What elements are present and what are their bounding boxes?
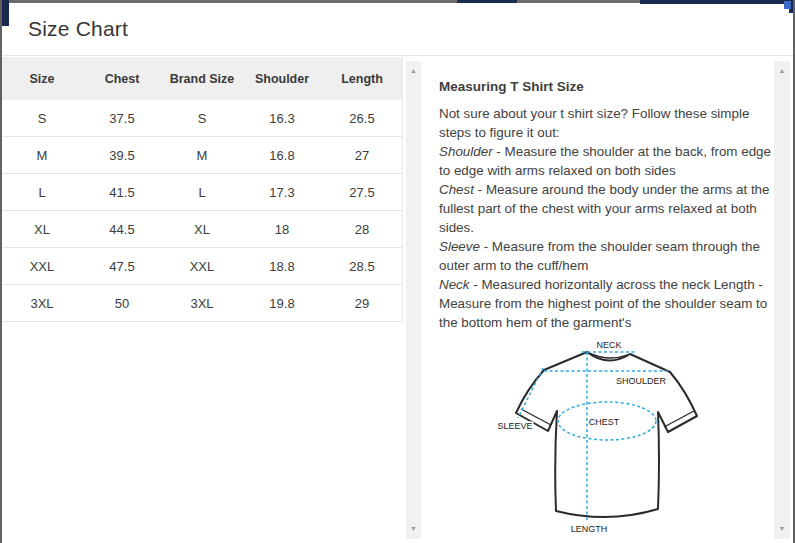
table-scrollbar[interactable]: ▲ ▼ [406,61,421,539]
instruction-term: Neck [439,277,470,292]
table-cell: XL [2,222,82,237]
scroll-up-arrow-icon[interactable]: ▲ [774,66,790,76]
table-row: L 41.5 L 17.3 27.5 [2,174,402,211]
modal-title: Size Chart [28,17,128,41]
table-cell: 16.8 [242,148,322,163]
table-cell: 3XL [2,296,82,311]
tshirt-diagram-icon: NECK SHOULDER CHEST SLEEVE LENGTH [490,339,750,541]
col-header-shoulder: Shoulder [242,72,322,86]
guide-instruction-shoulder: Shoulder - Measure the shoulder at the b… [439,142,773,180]
guide-instruction-sleeve: Sleeve - Measure from the shoulder seam … [439,237,773,275]
guide-heading: Measuring T Shirt Size [439,79,767,94]
table-cell: 17.3 [242,185,322,200]
measuring-guide-panel: Measuring T Shirt Size Not sure about yo… [422,57,767,543]
sleeve-label: SLEEVE [497,421,532,431]
table-row: XL 44.5 XL 18 28 [2,211,402,248]
size-chart-modal: Size Chart Size Chest Brand Size Shoulde… [0,0,795,543]
table-cell: S [162,111,242,126]
table-cell: 28 [322,222,402,237]
table-cell: 26.5 [322,111,402,126]
window-top-border [2,0,793,3]
table-cell: 29 [322,296,402,311]
page-header-fragment [457,0,517,3]
instruction-text: - Measure from the shoulder seam through… [439,239,760,273]
neck-label: NECK [596,340,621,350]
table-cell: L [162,185,242,200]
col-header-chest: Chest [82,72,162,86]
guide-scrollbar[interactable]: ▲ ▼ [774,61,790,539]
scroll-up-arrow-icon[interactable]: ▲ [406,66,421,76]
guide-instruction-chest: Chest - Measure around the body under th… [439,180,773,237]
table-row: S 37.5 S 16.3 26.5 [2,100,402,137]
table-cell: 47.5 [82,259,162,274]
scroll-down-arrow-icon[interactable]: ▼ [406,524,421,534]
tshirt-outline [516,352,697,517]
table-row: M 39.5 M 16.8 27 [2,137,402,174]
shoulder-label: SHOULDER [616,376,667,386]
table-cell: 41.5 [82,185,162,200]
guide-intro: Not sure about your t shirt size? Follow… [439,104,773,142]
size-table: Size Chest Brand Size Shoulder Length S … [2,57,403,322]
col-header-length: Length [322,72,402,86]
table-cell: 39.5 [82,148,162,163]
table-cell: XL [162,222,242,237]
tshirt-measure-diagram: NECK SHOULDER CHEST SLEEVE LENGTH [490,339,767,543]
modal-title-bar: Size Chart [2,3,793,56]
table-cell: 50 [82,296,162,311]
table-row: 3XL 50 3XL 19.8 29 [2,285,402,322]
page-header-fragment [784,1,791,9]
guide-instruction-neck: Neck - Measured horizontally across the … [439,275,773,332]
instruction-term: Shoulder [439,144,493,159]
length-label: LENGTH [571,524,608,534]
table-cell: M [162,148,242,163]
guide-text: Not sure about your t shirt size? Follow… [439,104,773,332]
col-header-brand-size: Brand Size [162,72,242,86]
table-row: XXL 47.5 XXL 18.8 28.5 [2,248,402,285]
instruction-text: - Measure around the body under the arms… [439,182,770,235]
table-cell: 27.5 [322,185,402,200]
col-header-size: Size [2,72,82,86]
table-cell: 18.8 [242,259,322,274]
table-cell: 3XL [162,296,242,311]
table-cell: 37.5 [82,111,162,126]
size-table-header-row: Size Chest Brand Size Shoulder Length [2,57,402,100]
table-cell: 16.3 [242,111,322,126]
instruction-term: Sleeve [439,239,480,254]
instruction-term: Chest [439,182,474,197]
table-cell: XXL [2,259,82,274]
table-cell: S [2,111,82,126]
page-header-fragment [640,0,793,4]
table-cell: 19.8 [242,296,322,311]
table-cell: 18 [242,222,322,237]
table-cell: XXL [162,259,242,274]
table-cell: 27 [322,148,402,163]
table-cell: 28.5 [322,259,402,274]
table-cell: M [2,148,82,163]
chest-label: CHEST [589,417,620,427]
instruction-text: - Measured horizontally across the neck … [439,277,767,330]
page-header-fragment [2,0,9,26]
table-cell: 44.5 [82,222,162,237]
table-cell: L [2,185,82,200]
modal-body: Size Chest Brand Size Shoulder Length S … [2,57,793,543]
scroll-down-arrow-icon[interactable]: ▼ [774,524,790,534]
